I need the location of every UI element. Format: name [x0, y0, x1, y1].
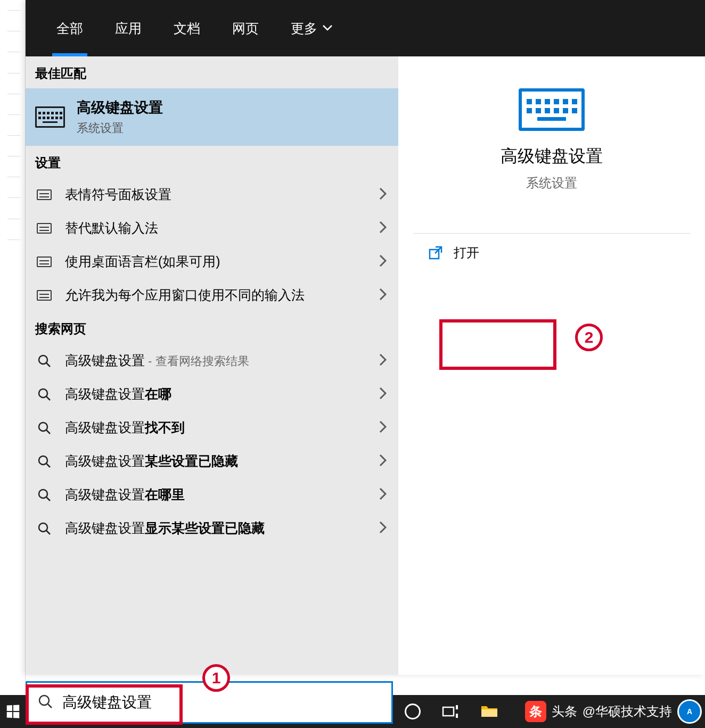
svg-rect-16 [443, 707, 454, 716]
preview-subtitle: 系统设置 [398, 175, 705, 206]
annotation-number-1: 1 [202, 664, 230, 692]
chevron-right-icon [379, 387, 387, 402]
background-gridlines [7, 0, 21, 250]
settings-row[interactable]: 替代默认输入法 [26, 211, 398, 245]
chevron-right-icon [379, 288, 387, 303]
asus-avatar-icon: A [677, 699, 702, 724]
tab-apps[interactable]: 应用 [99, 0, 158, 56]
svg-line-1 [46, 363, 50, 367]
chevron-right-icon [379, 353, 387, 368]
settings-row[interactable]: 允许我为每个应用窗口使用不同的输入法 [26, 278, 398, 312]
file-explorer-icon[interactable] [480, 703, 498, 720]
toutiao-icon: 条 [525, 701, 546, 722]
web-row-label: 高级键盘设置找不到 [65, 418, 367, 437]
chevron-right-icon [379, 454, 387, 469]
svg-point-14 [39, 696, 49, 705]
windows-icon [7, 705, 20, 718]
keyboard-icon [37, 189, 52, 200]
search-icon [35, 454, 53, 468]
search-filter-tabbar: 全部 应用 文档 网页 更多 [26, 0, 705, 56]
web-row-label: 高级键盘设置 - 查看网络搜索结果 [65, 351, 367, 370]
settings-row[interactable]: 使用桌面语言栏(如果可用) [26, 245, 398, 278]
tab-web[interactable]: 网页 [216, 0, 275, 56]
watermark-handle: @华硕技术支持 [583, 703, 672, 720]
svg-point-10 [39, 523, 47, 532]
search-icon [38, 694, 53, 711]
keyboard-icon [519, 88, 585, 131]
svg-rect-19 [481, 709, 497, 717]
keyboard-icon [35, 106, 65, 128]
open-label: 打开 [454, 244, 479, 261]
web-row-label: 高级键盘设置在哪里 [65, 485, 367, 504]
chevron-right-icon [379, 420, 387, 435]
settings-row-label: 允许我为每个应用窗口使用不同的输入法 [65, 286, 367, 304]
svg-line-15 [48, 704, 52, 708]
tab-more-label: 更多 [291, 20, 317, 37]
svg-rect-18 [456, 714, 458, 718]
best-match-subtitle: 系统设置 [77, 120, 163, 136]
svg-point-4 [39, 423, 47, 431]
tab-more[interactable]: 更多 [275, 0, 348, 56]
web-row[interactable]: 高级键盘设置在哪 [26, 377, 398, 411]
chevron-right-icon [379, 187, 387, 202]
svg-rect-17 [456, 705, 458, 709]
svg-line-11 [46, 531, 50, 534]
start-button[interactable] [0, 695, 26, 728]
preview-pane: 高级键盘设置 系统设置 打开 [398, 56, 705, 675]
chevron-right-icon [379, 521, 387, 536]
web-row-label: 高级键盘设置某些设置已隐藏 [65, 452, 367, 470]
preview-title: 高级键盘设置 [398, 145, 705, 168]
search-icon [35, 488, 53, 502]
web-row[interactable]: 高级键盘设置显示某些设置已隐藏 [26, 511, 398, 545]
section-search-web: 搜索网页 [26, 312, 398, 344]
section-best-match: 最佳匹配 [26, 56, 398, 88]
best-match-title: 高级键盘设置 [77, 98, 163, 117]
settings-row[interactable]: 表情符号面板设置 [26, 178, 398, 211]
settings-row-label: 替代默认输入法 [65, 219, 367, 237]
settings-row-label: 表情符号面板设置 [65, 185, 367, 204]
svg-line-7 [46, 464, 50, 467]
search-input[interactable] [62, 694, 381, 711]
web-row-label: 高级键盘设置显示某些设置已隐藏 [65, 519, 367, 537]
web-row[interactable]: 高级键盘设置在哪里 [26, 478, 398, 511]
chevron-right-icon [379, 221, 387, 236]
svg-point-8 [39, 490, 47, 498]
web-row[interactable]: 高级键盘设置某些设置已隐藏 [26, 444, 398, 478]
search-icon [35, 522, 53, 535]
search-icon [35, 387, 53, 401]
svg-point-0 [39, 355, 47, 364]
background-window-edge [0, 0, 26, 681]
watermark: 条 头条 @华硕技术支持 A [525, 697, 702, 726]
settings-row-label: 使用桌面语言栏(如果可用) [65, 252, 367, 271]
task-view-button[interactable] [442, 704, 459, 719]
cortana-button[interactable] [405, 704, 421, 719]
open-button[interactable]: 打开 [413, 234, 530, 272]
svg-line-3 [46, 396, 50, 400]
chevron-right-icon [379, 254, 387, 269]
web-row[interactable]: 高级键盘设置找不到 [26, 411, 398, 444]
results-list: 最佳匹配 高级键盘设置 系统设置 设置 表情符号面板设置 [26, 56, 398, 675]
search-icon [35, 421, 53, 435]
open-icon [428, 245, 443, 260]
web-row-label: 高级键盘设置在哪 [65, 385, 367, 403]
keyboard-icon [37, 223, 52, 234]
best-match-result[interactable]: 高级键盘设置 系统设置 [26, 88, 398, 146]
svg-line-9 [46, 497, 50, 501]
tab-all[interactable]: 全部 [40, 0, 99, 56]
watermark-prefix: 头条 [552, 703, 577, 720]
web-row[interactable]: 高级键盘设置 - 查看网络搜索结果 [26, 344, 398, 377]
search-icon [35, 354, 53, 368]
chevron-down-icon [323, 25, 332, 31]
annotation-number-2: 2 [575, 324, 603, 351]
keyboard-icon [37, 257, 52, 267]
svg-line-5 [46, 430, 50, 434]
svg-point-6 [39, 456, 47, 465]
search-results-panel: 全部 应用 文档 网页 更多 最佳匹配 [26, 0, 705, 675]
keyboard-icon [37, 290, 52, 301]
chevron-right-icon [379, 487, 387, 502]
section-settings: 设置 [26, 146, 398, 178]
svg-point-2 [39, 389, 47, 398]
tab-docs[interactable]: 文档 [158, 0, 216, 56]
